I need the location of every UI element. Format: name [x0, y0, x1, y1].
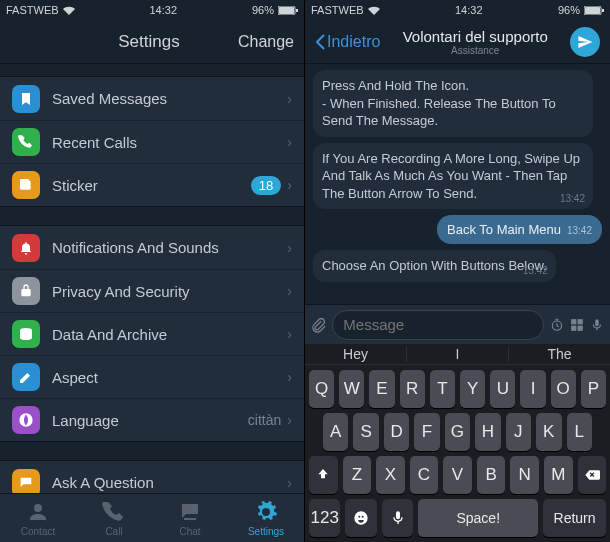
message-in[interactable]: Choose An Option With Buttons Below.13:4… — [313, 250, 556, 282]
attach-icon[interactable] — [311, 314, 326, 336]
key-d[interactable]: D — [384, 413, 409, 451]
message-in[interactable]: Press And Hold The Icon.- When Finished.… — [313, 70, 593, 137]
row-data[interactable]: Data And Archive› — [0, 312, 304, 355]
return-key[interactable]: Return — [543, 499, 606, 537]
key-x[interactable]: X — [376, 456, 405, 494]
key-o[interactable]: O — [551, 370, 576, 408]
key-i[interactable]: I — [520, 370, 545, 408]
chat-subtitle: Assistance — [380, 45, 570, 56]
space-key[interactable]: Space! — [418, 499, 538, 537]
key-k[interactable]: K — [536, 413, 561, 451]
key-g[interactable]: G — [445, 413, 470, 451]
grid-icon[interactable] — [570, 315, 584, 335]
mic-icon[interactable] — [590, 315, 604, 335]
settings-nav: Settings Change — [0, 20, 304, 64]
phone-icon — [12, 128, 40, 156]
message-time: 13:42 — [523, 264, 548, 278]
battery-pct: 96% — [558, 4, 580, 16]
row-aspect[interactable]: Aspect› — [0, 355, 304, 398]
battery-pct: 96% — [252, 4, 274, 16]
key-q[interactable]: Q — [309, 370, 334, 408]
carrier-label: FASTWEB — [6, 4, 59, 16]
key-h[interactable]: H — [475, 413, 500, 451]
row-saved-messages[interactable]: Saved Messages› — [0, 77, 304, 120]
tab-call[interactable]: Call — [76, 494, 152, 542]
row-label: Data And Archive — [52, 326, 281, 343]
change-button[interactable]: Change — [238, 33, 294, 51]
key-c[interactable]: C — [410, 456, 439, 494]
chat-title-block[interactable]: Volontari del supporto Assistance — [380, 28, 570, 56]
message-input[interactable] — [332, 310, 544, 340]
key-f[interactable]: F — [414, 413, 439, 451]
emoji-key[interactable] — [345, 499, 376, 537]
key-v[interactable]: V — [443, 456, 472, 494]
tab-chat[interactable]: Chat — [152, 494, 228, 542]
message-text: Back To Main Menu — [447, 222, 561, 237]
key-s[interactable]: S — [353, 413, 378, 451]
row-privacy[interactable]: Privacy And Security› — [0, 269, 304, 312]
lock-icon — [12, 277, 40, 305]
back-button[interactable]: Indietro — [315, 33, 380, 51]
send-badge-icon[interactable] — [570, 27, 600, 57]
key-n[interactable]: N — [510, 456, 539, 494]
num-key[interactable]: 123 — [309, 499, 340, 537]
tab-bar: ContactCallChatSettings — [0, 493, 304, 542]
key-a[interactable]: A — [323, 413, 348, 451]
suggestion[interactable]: I — [406, 346, 508, 362]
svg-rect-2 — [296, 9, 298, 12]
tab-label: Chat — [179, 526, 200, 537]
chat-icon — [12, 469, 40, 494]
message-in[interactable]: If You Are Recording A More Long, Swipe … — [313, 143, 593, 210]
key-z[interactable]: Z — [343, 456, 372, 494]
chat-title: Volontari del supporto — [380, 28, 570, 45]
settings-group: Notifications And Sounds›Privacy And Sec… — [0, 225, 304, 442]
gear-icon — [254, 500, 278, 524]
wifi-icon — [63, 6, 75, 15]
backspace-key[interactable] — [578, 456, 607, 494]
settings-list[interactable]: Saved Messages›Recent Calls›Sticker18›No… — [0, 64, 304, 493]
row-label: Ask A Question — [52, 474, 281, 491]
suggestion[interactable]: Hey — [305, 346, 406, 362]
key-l[interactable]: L — [567, 413, 592, 451]
row-label: Language — [52, 412, 248, 429]
wifi-icon — [368, 6, 380, 15]
row-label: Privacy And Security — [52, 283, 281, 300]
message-out[interactable]: Back To Main Menu13:42 — [437, 215, 602, 244]
timer-icon[interactable] — [550, 315, 564, 335]
battery-icon — [278, 6, 298, 15]
tab-contact[interactable]: Contact — [0, 494, 76, 542]
suggestion[interactable]: The — [508, 346, 610, 362]
key-e[interactable]: E — [369, 370, 394, 408]
tab-label: Settings — [248, 526, 284, 537]
keyboard[interactable]: HeyIThe QWERTYUIOP ASDFGHJKL ZXCVBNM 123… — [305, 344, 610, 542]
chevron-right-icon: › — [287, 326, 292, 342]
chat-icon — [178, 500, 202, 524]
row-notifications[interactable]: Notifications And Sounds› — [0, 226, 304, 269]
row-language[interactable]: Languagecittàn› — [0, 398, 304, 441]
chat-messages[interactable]: Press And Hold The Icon.- When Finished.… — [305, 64, 610, 304]
row-ask[interactable]: Ask A Question› — [0, 461, 304, 493]
key-b[interactable]: B — [477, 456, 506, 494]
status-time: 14:32 — [455, 4, 483, 16]
message-text: Choose An Option With Buttons Below. — [322, 258, 547, 273]
badge: 18 — [251, 176, 281, 195]
row-recent-calls[interactable]: Recent Calls› — [0, 120, 304, 163]
tab-settings[interactable]: Settings — [228, 494, 304, 542]
shift-key[interactable] — [309, 456, 338, 494]
key-w[interactable]: W — [339, 370, 364, 408]
bell-icon — [12, 234, 40, 262]
phone-icon — [102, 500, 126, 524]
chevron-left-icon — [315, 34, 325, 50]
dictate-key[interactable] — [382, 499, 413, 537]
key-m[interactable]: M — [544, 456, 573, 494]
data-icon — [12, 320, 40, 348]
key-y[interactable]: Y — [460, 370, 485, 408]
key-t[interactable]: T — [430, 370, 455, 408]
key-j[interactable]: J — [506, 413, 531, 451]
key-u[interactable]: U — [490, 370, 515, 408]
key-p[interactable]: P — [581, 370, 606, 408]
row-sticker[interactable]: Sticker18› — [0, 163, 304, 206]
suggestion-bar: HeyIThe — [305, 344, 610, 365]
key-r[interactable]: R — [400, 370, 425, 408]
tab-label: Contact — [21, 526, 55, 537]
